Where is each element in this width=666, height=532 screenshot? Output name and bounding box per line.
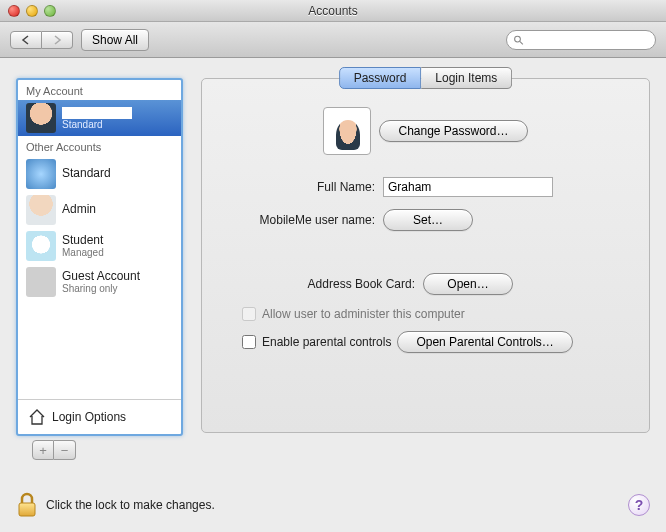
avatar (26, 195, 56, 225)
remove-account-button[interactable]: − (54, 440, 76, 460)
sidebar-item-standard[interactable]: Standard (18, 156, 181, 192)
mobileme-set-button[interactable]: Set… (383, 209, 473, 231)
help-button[interactable]: ? (628, 494, 650, 516)
sidebar-item-student[interactable]: Student Managed (18, 228, 181, 264)
account-name-redacted (62, 107, 132, 119)
account-detail-pane: Password Login Items Change Password… Fu… (201, 78, 650, 433)
open-parental-controls-button[interactable]: Open Parental Controls… (397, 331, 572, 353)
user-picture[interactable] (323, 107, 371, 155)
account-name: Student (62, 234, 104, 247)
avatar (26, 267, 56, 297)
lock-icon[interactable] (16, 492, 38, 518)
other-accounts-header: Other Accounts (18, 136, 181, 156)
account-name: Standard (62, 167, 111, 180)
sidebar-item-guest[interactable]: Guest Account Sharing only (18, 264, 181, 300)
svg-line-1 (520, 41, 523, 44)
toolbar: Show All (0, 22, 666, 58)
tab-password[interactable]: Password (339, 67, 422, 89)
mobileme-label: MobileMe user name: (220, 213, 375, 227)
change-password-button[interactable]: Change Password… (379, 120, 527, 142)
full-name-field[interactable] (383, 177, 553, 197)
svg-rect-2 (19, 503, 35, 516)
search-input[interactable] (527, 34, 649, 46)
parental-controls-label: Enable parental controls (262, 335, 391, 349)
sidebar-item-my-account[interactable]: Standard (18, 100, 181, 136)
account-role: Managed (62, 247, 104, 258)
show-all-button[interactable]: Show All (81, 29, 149, 51)
avatar (26, 159, 56, 189)
search-icon (513, 34, 524, 46)
account-name: Guest Account (62, 270, 140, 283)
my-account-header: My Account (18, 80, 181, 100)
tab-login-items[interactable]: Login Items (421, 67, 512, 89)
account-name: Admin (62, 203, 96, 216)
forward-button[interactable] (42, 31, 73, 49)
allow-admin-checkbox (242, 307, 256, 321)
login-options-label: Login Options (52, 410, 126, 424)
avatar (26, 231, 56, 261)
add-remove-buttons: + − (32, 440, 76, 460)
sidebar-item-admin[interactable]: Admin (18, 192, 181, 228)
account-role: Sharing only (62, 283, 140, 294)
nav-buttons (10, 31, 73, 49)
login-options[interactable]: Login Options (18, 399, 181, 434)
address-card-label: Address Book Card: (220, 277, 415, 291)
window-title: Accounts (0, 4, 666, 18)
home-icon (28, 408, 46, 426)
search-field[interactable] (506, 30, 656, 50)
lock-text: Click the lock to make changes. (46, 498, 215, 512)
avatar (26, 103, 56, 133)
parental-controls-checkbox[interactable] (242, 335, 256, 349)
accounts-sidebar: My Account Standard Other Accounts Stand… (16, 78, 183, 436)
footer: Click the lock to make changes. ? (16, 492, 650, 518)
add-account-button[interactable]: + (32, 440, 54, 460)
allow-admin-label: Allow user to administer this computer (262, 307, 465, 321)
account-role: Standard (62, 119, 132, 130)
titlebar: Accounts (0, 0, 666, 22)
open-address-card-button[interactable]: Open… (423, 273, 513, 295)
svg-point-0 (515, 36, 521, 42)
full-name-label: Full Name: (220, 180, 375, 194)
back-button[interactable] (10, 31, 42, 49)
